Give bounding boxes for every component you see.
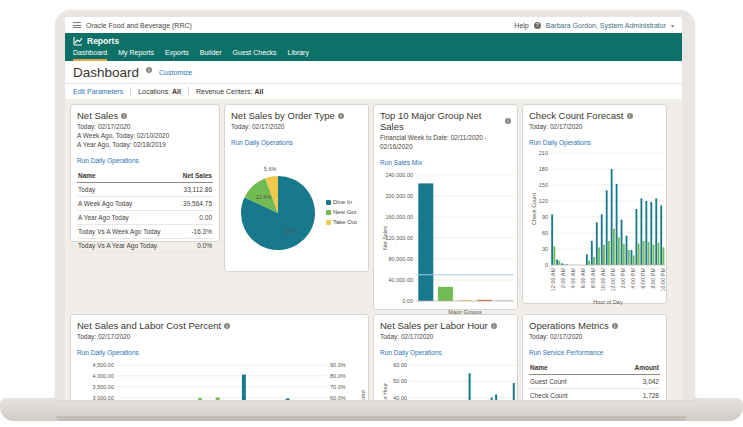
run-daily-operations-link[interactable]: Run Daily Operations [380, 349, 442, 356]
svg-text:8:00 AM: 8:00 AM [590, 268, 596, 289]
tab-exports[interactable]: Exports [165, 49, 189, 61]
card-subtitle: Financial Week to Date: 02/11/2020 - 02/… [380, 133, 511, 151]
table-row: Today33,112.86 [77, 182, 213, 196]
nav-tabs: Dashboard My Reports Exports Builder Gue… [73, 49, 674, 61]
svg-text:50.00: 50.00 [393, 378, 407, 384]
svg-text:210: 210 [539, 150, 548, 156]
edit-parameters-link[interactable]: Edit Parameters [73, 88, 123, 95]
card-title: Check Count Forecast [529, 110, 624, 121]
locations-filter[interactable]: Locations: All [138, 88, 181, 95]
svg-text:4:00 AM: 4:00 AM [570, 268, 576, 289]
table-row: Today Vs A Week Ago Today-16.3% [77, 224, 213, 238]
forecast-bar-chart: 030609012015018021012:00 AM2:00 AM4:00 A… [529, 149, 660, 311]
svg-text:70.0%: 70.0% [330, 384, 346, 390]
svg-text:12:00 PM: 12:00 PM [610, 268, 616, 292]
dashboard-grid: Net Sales Today: 02/17/2020 A Week Ago, … [65, 99, 682, 400]
revenue-centers-label: Revenue Centers: [196, 88, 252, 95]
svg-text:12.4%: 12.4% [256, 194, 272, 200]
info-icon[interactable] [612, 323, 618, 329]
reports-chart-icon [73, 36, 83, 46]
info-icon[interactable] [338, 113, 344, 119]
labor-hour-bar-chart: 0.0010.0020.0030.0040.0050.0060.00Net Sa… [380, 359, 511, 400]
page-title-row: Dashboard Customize [65, 61, 682, 84]
svg-text:30: 30 [542, 246, 548, 252]
net-sales-table: NameNet SalesToday33,112.86A Week Ago To… [77, 170, 213, 253]
run-sales-mix-link[interactable]: Run Sales Mix [380, 159, 422, 166]
laptop-base [0, 398, 743, 421]
customize-link[interactable]: Customize [159, 69, 192, 76]
column-header: Net Sales [176, 170, 213, 182]
svg-text:4,500.00: 4,500.00 [93, 362, 114, 368]
data-table: NameNet SalesToday33,112.86A Week Ago To… [77, 170, 213, 253]
table-cell: Today [77, 182, 176, 196]
card-net-sales: Net Sales Today: 02/17/2020 A Week Ago, … [70, 104, 220, 242]
top-bar: Oracle Food and Beverage (RRC) Help Barb… [65, 17, 682, 33]
order-type-legend: Dine InNew GotTake Out [326, 199, 357, 225]
svg-text:4:00 PM: 4:00 PM [630, 268, 636, 289]
run-daily-operations-link[interactable]: Run Daily Operations [77, 349, 139, 356]
info-icon[interactable] [627, 113, 633, 119]
svg-text:6:00 AM: 6:00 AM [580, 268, 586, 289]
tab-builder[interactable]: Builder [200, 49, 222, 61]
info-icon[interactable] [491, 323, 497, 329]
svg-text:Hour of Day: Hour of Day [593, 299, 623, 305]
page-title: Dashboard [73, 65, 139, 80]
run-service-performance-link[interactable]: Run Service Performance [529, 349, 603, 356]
chevron-down-icon[interactable]: ▾ [671, 22, 674, 29]
svg-text:5.6%: 5.6% [264, 166, 277, 172]
tab-my-reports[interactable]: My Reports [118, 49, 154, 61]
svg-text:60.0%: 60.0% [330, 395, 346, 400]
run-daily-operations-link[interactable]: Run Daily Operations [231, 139, 293, 146]
info-icon[interactable] [505, 118, 511, 124]
tab-library[interactable]: Library [288, 49, 309, 61]
svg-text:120: 120 [539, 198, 548, 204]
labor-cost-bar-chart: 0.00500.001,000.001,500.002,000.002,500.… [77, 359, 362, 400]
legend-item: New Got [326, 209, 357, 215]
locations-value: All [172, 88, 181, 95]
card-subtitle: Today: 02/17/2020 [529, 122, 660, 131]
card-labor-hour: Net Sales per Labor Hour Today: 02/17/20… [373, 314, 518, 400]
svg-text:60: 60 [542, 230, 548, 236]
help-icon[interactable] [534, 22, 541, 29]
data-table: NameAmountGuest Count3,042Check Count1,7… [529, 362, 660, 400]
svg-text:80,000.00: 80,000.00 [389, 256, 413, 262]
tab-dashboard[interactable]: Dashboard [73, 49, 107, 61]
revenue-centers-value: All [254, 88, 263, 95]
table-cell: Guest Count [529, 374, 615, 388]
svg-text:180: 180 [539, 166, 548, 172]
card-major-group: Top 10 Major Group Net Sales Financial W… [373, 104, 518, 310]
page-info-icon[interactable] [146, 67, 152, 73]
help-link[interactable]: Help [514, 22, 528, 29]
hamburger-menu-icon[interactable] [73, 22, 81, 28]
tab-guest-checks[interactable]: Guest Checks [233, 49, 277, 61]
card-title: Net Sales and Labor Cost Percent [77, 320, 221, 331]
laptop-screen-bezel: Oracle Food and Beverage (RRC) Help Barb… [55, 10, 695, 400]
reports-header: Reports Dashboard My Reports Exports Bui… [65, 33, 682, 61]
svg-text:2:00 AM: 2:00 AM [560, 268, 566, 289]
card-forecast: Check Count Forecast Today: 02/17/2020 R… [522, 104, 667, 304]
app-title: Oracle Food and Beverage (RRC) [86, 22, 192, 29]
card-title: Net Sales by Order Type [231, 110, 335, 121]
revenue-centers-filter[interactable]: Revenue Centers: All [196, 88, 263, 95]
run-daily-operations-link[interactable]: Run Daily Operations [529, 139, 591, 146]
run-daily-operations-link[interactable]: Run Daily Operations [77, 157, 139, 164]
app-screen: Oracle Food and Beverage (RRC) Help Barb… [65, 17, 682, 400]
svg-text:200,000.00: 200,000.00 [385, 193, 413, 199]
svg-text:3,000.00: 3,000.00 [93, 395, 114, 400]
svg-text:40.00: 40.00 [393, 395, 407, 400]
table-cell: 3,042 [615, 374, 660, 388]
card-subtitle: Today: 02/17/2020 [529, 332, 660, 341]
svg-text:Labor Cost Percent: Labor Cost Percent [360, 390, 366, 400]
user-menu[interactable]: Barbara Gordon, System Administrator [546, 22, 666, 29]
info-icon[interactable] [121, 113, 127, 119]
info-icon[interactable] [224, 323, 230, 329]
column-header: Amount [615, 362, 660, 374]
table-cell: A Week Ago Today [77, 196, 176, 210]
svg-text:0: 0 [545, 262, 548, 268]
ops-metrics-table: NameAmountGuest Count3,042Check Count1,7… [529, 362, 660, 400]
svg-text:150: 150 [539, 182, 548, 188]
table-row: Guest Count3,042 [529, 374, 660, 388]
card-ops-metrics: Operations Metrics Today: 02/17/2020 Run… [522, 314, 667, 400]
card-title: Operations Metrics [529, 320, 609, 331]
card-subtitle: Today: 02/17/2020 A Week Ago, Today: 02/… [77, 122, 213, 149]
